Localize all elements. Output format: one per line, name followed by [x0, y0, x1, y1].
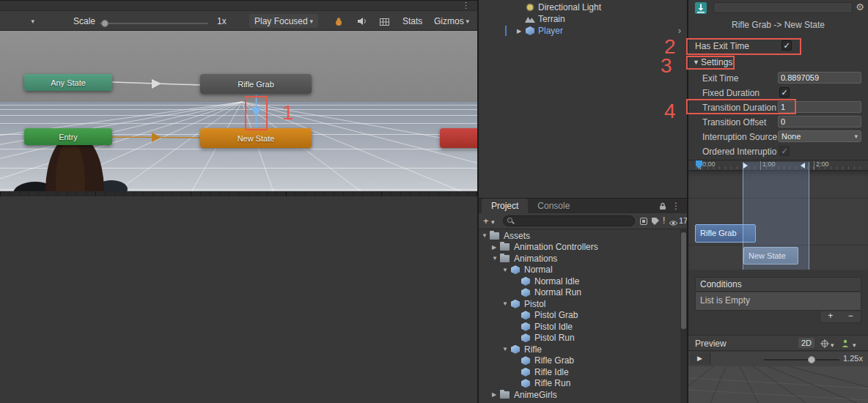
asset-icon	[510, 265, 521, 274]
project-tree-item[interactable]: Normal Run	[479, 287, 687, 299]
hierarchy-row[interactable]: Terrain ›	[479, 13, 687, 25]
project-tree-item[interactable]: Rifle Run	[479, 378, 687, 390]
gameobject-icon	[525, 2, 535, 12]
lock-icon[interactable]	[659, 202, 666, 212]
project-tree-item[interactable]: AnimeGirls	[479, 389, 687, 401]
annotation-box-settings	[686, 56, 735, 70]
field-checkbox[interactable]	[779, 87, 790, 97]
transition-timeline-ruler[interactable]: 0:00 1:00 2:00	[688, 160, 868, 171]
panel-divider[interactable]	[477, 0, 479, 403]
scrollbar-track[interactable]	[680, 229, 687, 403]
project-tree-item[interactable]: Rifle Grab	[479, 355, 687, 367]
transition-arrows	[0, 0, 477, 196]
project-tree-item[interactable]: Animation Controllers	[479, 242, 687, 254]
project-tree-item[interactable]: Pistol Run	[479, 333, 687, 344]
preview-speed-slider[interactable]	[764, 359, 839, 361]
state-node-rifle-grab[interactable]: Rifle Grab	[200, 74, 312, 94]
asset-icon	[521, 311, 532, 319]
ruler-minor-ticks	[696, 166, 865, 169]
hierarchy-panel: Directional Light › Terrain › Player	[479, 0, 687, 198]
annotation-number-1: 1	[282, 103, 294, 123]
transition-name-field[interactable]	[713, 2, 853, 13]
preview-play-button[interactable]: ▶	[690, 352, 710, 365]
foldout-arrow-icon[interactable]	[492, 244, 500, 251]
conditions-footer: + −	[820, 311, 861, 323]
foldout-arrow-icon[interactable]	[502, 346, 510, 352]
state-node-clipped[interactable]	[440, 128, 477, 148]
chevron-down-icon: ▾	[491, 218, 495, 226]
filter-by-label-icon[interactable]	[652, 218, 659, 225]
ruler-tick: 2:00	[814, 161, 829, 170]
state-node-entry[interactable]: Entry	[24, 128, 112, 145]
asset-icon	[490, 232, 501, 240]
transition-icon	[695, 2, 707, 16]
foldout-arrow-icon[interactable]	[502, 267, 510, 273]
chevron-down-icon: ▾	[854, 133, 858, 140]
project-tree-item[interactable]: Assets	[479, 230, 687, 242]
filter-by-type-icon[interactable]	[640, 218, 647, 225]
create-asset-button[interactable]: +	[483, 215, 489, 226]
annotation-box-transition	[245, 96, 268, 130]
asset-label: AnimeGirls	[514, 390, 557, 400]
scrollbar-thumb[interactable]	[681, 232, 686, 329]
asset-label: Pistol Grab	[534, 310, 578, 320]
animator-graph[interactable]: Any State Rifle Grab Entry New State	[0, 0, 477, 196]
foldout-arrow-icon[interactable]	[492, 391, 500, 398]
preview-viewport[interactable]	[688, 366, 868, 403]
asset-label: Pistol Idle	[534, 322, 573, 332]
project-tree-item[interactable]: Pistol Grab	[479, 310, 687, 322]
track-divider	[688, 245, 868, 245]
field-checkbox[interactable]	[779, 146, 790, 156]
field-dropdown[interactable]: None ▾	[778, 130, 861, 142]
annotation-number-4: 4	[664, 101, 676, 122]
state-node-new-state[interactable]: New State	[200, 128, 312, 148]
unity-editor: Any State Rifle Grab Entry New State Ani…	[0, 0, 868, 403]
foldout-arrow-icon[interactable]	[492, 255, 500, 262]
timeline-bar-rifle-grab[interactable]: Rifle Grab	[695, 224, 756, 243]
expander-arrow-icon[interactable]	[517, 28, 525, 34]
foldout-arrow-icon[interactable]	[482, 232, 490, 239]
hierarchy-row[interactable]: Player ›	[479, 25, 687, 37]
project-tree-item[interactable]: Normal Idle	[479, 276, 687, 287]
ruler-tick: 0:00	[700, 161, 716, 170]
asset-label: Rifle Grab	[534, 355, 574, 366]
add-condition-button[interactable]: +	[820, 311, 841, 322]
state-node-any-state[interactable]: Any State	[24, 74, 112, 91]
hierarchy-row[interactable]: Directional Light ›	[479, 1, 687, 13]
asset-icon	[500, 254, 511, 263]
tab-console[interactable]: Console	[528, 199, 579, 213]
remove-condition-button[interactable]: −	[841, 311, 861, 322]
project-tree-item[interactable]: Normal	[479, 265, 687, 276]
gear-icon[interactable]: ⚙	[856, 1, 864, 12]
timeline-bar-new-state[interactable]: New State	[743, 247, 798, 265]
asset-icon	[510, 300, 521, 308]
transition-end-marker[interactable]	[801, 163, 805, 169]
project-menu-kebab-icon[interactable]: ⋮	[672, 201, 680, 211]
preview-speed-handle[interactable]	[808, 356, 815, 363]
transition-start-marker[interactable]	[743, 163, 748, 169]
search-icon	[507, 218, 512, 223]
asset-label: Animation Controllers	[514, 242, 598, 252]
project-tree-item[interactable]: Pistol	[479, 298, 687, 310]
field-value[interactable]: 0	[778, 116, 861, 127]
chevron-down-icon: ▾	[853, 341, 856, 349]
project-tree-item[interactable]: Rifle Idle	[479, 366, 687, 378]
conditions-header: Conditions	[695, 277, 861, 292]
field-value[interactable]: 0.8897059	[778, 72, 861, 84]
prefab-open-chevron-icon[interactable]: ›	[678, 25, 681, 36]
alert-icon[interactable]: !	[663, 215, 665, 226]
transition-glyph	[695, 2, 707, 14]
foldout-arrow-icon[interactable]	[502, 300, 510, 307]
avatar-icon[interactable]	[841, 339, 850, 350]
search-input[interactable]	[503, 215, 635, 226]
pivot-icon[interactable]	[820, 339, 829, 350]
project-tree-item[interactable]: Rifle	[479, 344, 687, 355]
tab-project[interactable]: Project	[482, 199, 528, 213]
asset-icon	[521, 368, 532, 377]
preview-header: Preview 2D ▾ ▾	[688, 335, 868, 351]
visibility-eye-icon[interactable]	[669, 218, 678, 229]
preview-2d-toggle[interactable]: 2D	[798, 338, 814, 348]
project-tree-item[interactable]: Animations	[479, 253, 687, 265]
project-tree-item[interactable]: Pistol Idle	[479, 321, 687, 333]
inspector-field-row: Ordered Interruptio ▾	[688, 144, 868, 159]
